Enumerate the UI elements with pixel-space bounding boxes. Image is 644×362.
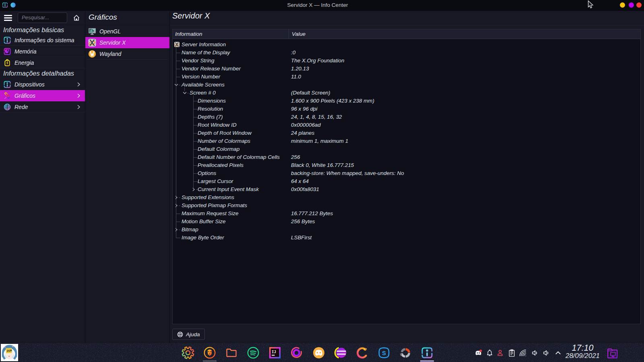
opengl-monitor-icon bbox=[88, 27, 97, 36]
table-body: Server InformationName of the Display:0V… bbox=[173, 40, 640, 321]
table-row[interactable]: Screen # 0(Default Screen) bbox=[173, 89, 640, 97]
row-label: Supported Extensions bbox=[182, 193, 234, 202]
discord-tray-icon[interactable] bbox=[474, 349, 483, 357]
table-row[interactable]: Default Colormap bbox=[173, 145, 640, 153]
table-row[interactable]: Available Screens bbox=[173, 81, 640, 89]
table-row[interactable]: Root Window ID0x000006ad bbox=[173, 121, 640, 129]
column-header-value[interactable]: Value bbox=[292, 29, 305, 39]
sidebar-toolbar: Pesquisar... bbox=[0, 11, 85, 25]
info-table: Information Value Server InformationName… bbox=[172, 29, 641, 324]
table-row[interactable]: Depth of Root Window24 planes bbox=[173, 129, 640, 137]
table-row[interactable]: Bitmap bbox=[173, 226, 640, 234]
tray-expand-caret-icon[interactable] bbox=[554, 349, 562, 357]
expander-open-icon[interactable] bbox=[183, 91, 187, 95]
sidebar-item-energia[interactable]: Energia bbox=[0, 57, 85, 68]
table-row[interactable]: Preallocated PixelsBlack 0, White 16.777… bbox=[173, 161, 640, 169]
minimize-button[interactable] bbox=[620, 2, 625, 8]
row-label: Options bbox=[198, 169, 216, 177]
column-header-information[interactable]: Information bbox=[175, 29, 202, 39]
info-center-window: Pesquisar... Informações básicas Informa… bbox=[0, 11, 644, 343]
expander-collapsed-icon[interactable] bbox=[174, 195, 178, 200]
table-row[interactable]: Current Input Event Mask0x00fa8031 bbox=[173, 185, 640, 193]
table-row[interactable]: Motion Buffer Size256 Bytes bbox=[173, 218, 640, 226]
user-avatar[interactable]: DUM bbox=[1, 344, 18, 361]
intellij-idea-icon[interactable]: IJ bbox=[268, 346, 281, 359]
volume-low-icon[interactable] bbox=[531, 349, 539, 357]
notifications-bell-icon[interactable] bbox=[485, 349, 494, 357]
row-label: Version Number bbox=[182, 73, 220, 81]
clipboard-icon[interactable] bbox=[508, 349, 516, 357]
skype-icon[interactable]: S bbox=[378, 346, 390, 359]
table-row[interactable]: Resolution96 x 96 dpi bbox=[173, 105, 640, 113]
row-label: Default Number of Colormap Cells bbox=[198, 153, 280, 161]
expander-open-icon[interactable] bbox=[174, 83, 178, 87]
graphics-icon bbox=[3, 92, 11, 100]
row-value: 96 x 96 dpi bbox=[291, 105, 318, 113]
table-row[interactable]: Dimensions1.600 x 900 Pixels (423 x 238 … bbox=[173, 97, 640, 105]
settings-gear-icon[interactable] bbox=[182, 346, 194, 359]
home-icon[interactable] bbox=[73, 14, 80, 21]
close-button[interactable] bbox=[636, 2, 642, 8]
purple-ring-app-icon[interactable] bbox=[290, 346, 303, 359]
sidebar-item-graficos[interactable]: Gráficos bbox=[0, 90, 85, 101]
gecko-c-app-icon[interactable] bbox=[356, 346, 369, 359]
expander-collapsed-icon[interactable] bbox=[174, 204, 178, 208]
table-row[interactable]: Maximum Request Size16.777.212 Bytes bbox=[173, 210, 640, 218]
table-row[interactable]: Supported Extensions bbox=[173, 193, 640, 202]
system-info-icon bbox=[3, 36, 11, 44]
table-row[interactable]: Depths (7)24, 1, 4, 8, 15, 16, 32 bbox=[173, 113, 640, 121]
module-item-wayland[interactable]: Wayland bbox=[85, 48, 169, 60]
table-row[interactable]: Default Number of Colormap Cells256 bbox=[173, 153, 640, 161]
table-row[interactable]: Version Number11.0 bbox=[173, 73, 640, 81]
sidebar-item-rede[interactable]: Rede bbox=[0, 101, 85, 113]
help-lifebuoy-icon bbox=[177, 331, 183, 337]
table-row[interactable]: Largest Cursor64 x 64 bbox=[173, 177, 640, 185]
deezer-like-app-icon[interactable] bbox=[334, 346, 347, 359]
module-item-opengl[interactable]: OpenGL bbox=[85, 26, 169, 37]
titlebar: Servidor X — Info Center bbox=[0, 0, 644, 11]
sidebar-item-informacoes-do-sistema[interactable]: Informações do sistema bbox=[0, 35, 85, 46]
row-label: Supported Pixmap Formats bbox=[182, 202, 247, 210]
search-input[interactable]: Pesquisar... bbox=[18, 12, 67, 23]
virtual-desktop-pager-icon[interactable] bbox=[607, 348, 621, 358]
row-label: Name of the Display bbox=[182, 49, 230, 57]
expander-collapsed-icon[interactable] bbox=[174, 228, 178, 232]
sidebar-item-memoria[interactable]: Memória bbox=[0, 46, 85, 57]
row-label: Largest Cursor bbox=[198, 177, 233, 185]
row-label: Available Screens bbox=[182, 81, 225, 89]
row-value: (Default Screen) bbox=[291, 89, 330, 97]
row-value: 0x000006ad bbox=[291, 121, 321, 129]
table-row[interactable]: Optionsbacking-store: When mapped, save-… bbox=[173, 169, 640, 177]
table-row[interactable]: Vendor StringThe X.Org Foundation bbox=[173, 57, 640, 65]
maximize-button[interactable] bbox=[629, 2, 634, 8]
table-row[interactable]: Server Information bbox=[173, 41, 640, 49]
row-label: Root Window ID bbox=[198, 121, 237, 129]
help-button[interactable]: Ajuda bbox=[172, 329, 205, 340]
file-manager-folder-icon[interactable] bbox=[225, 346, 238, 359]
wifi-signal-icon[interactable] bbox=[518, 349, 528, 357]
discord-circle-icon[interactable] bbox=[312, 346, 325, 359]
expander-collapsed-icon[interactable] bbox=[192, 187, 196, 191]
row-value: 0x00fa8031 bbox=[291, 185, 319, 193]
table-row[interactable]: Supported Pixmap Formats bbox=[173, 202, 640, 210]
sidebar-item-dispositivos[interactable]: Dispositivos bbox=[0, 79, 85, 90]
row-label: Depths (7) bbox=[198, 113, 223, 121]
module-item-servidor-x[interactable]: Servidor X bbox=[85, 37, 169, 48]
brave-browser-icon[interactable] bbox=[203, 346, 216, 359]
hamburger-menu-icon[interactable] bbox=[4, 15, 12, 21]
wayland-icon bbox=[88, 49, 97, 58]
swirl-donut-app-icon[interactable] bbox=[399, 346, 412, 359]
table-row[interactable]: Vendor Release Number1.20.13 bbox=[173, 65, 640, 73]
memory-icon bbox=[3, 47, 11, 56]
table-header: Information Value bbox=[173, 29, 640, 39]
info-center-task-icon[interactable] bbox=[421, 346, 433, 359]
table-row[interactable]: Number of Colormapsminimum 1, maximum 1 bbox=[173, 137, 640, 145]
user-status-icon[interactable] bbox=[496, 349, 504, 357]
row-label: Dimensions bbox=[198, 97, 226, 105]
row-value: 256 bbox=[291, 153, 300, 161]
taskbar-clock[interactable]: 17:10 28/09/2021 bbox=[561, 343, 604, 360]
volume-high-icon[interactable] bbox=[542, 349, 551, 357]
table-row[interactable]: Image Byte OrderLSBFirst bbox=[173, 234, 640, 242]
spotify-icon[interactable] bbox=[247, 346, 260, 359]
table-row[interactable]: Name of the Display:0 bbox=[173, 49, 640, 57]
